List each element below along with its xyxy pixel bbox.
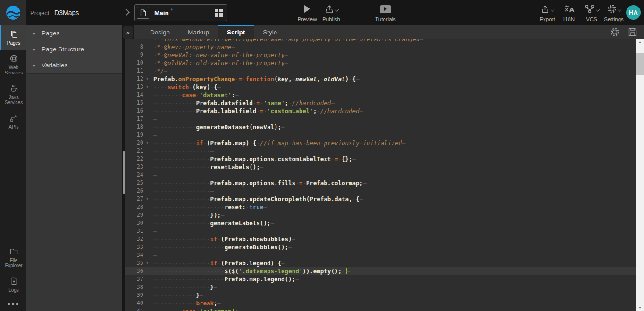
page-switcher-grid-icon[interactable]: [215, 9, 223, 17]
preview-button[interactable]: Preview: [295, 4, 319, 22]
code-line[interactable]: ·*·this·method·will·be·triggered·when·an…: [125, 39, 636, 43]
save-icon[interactable]: [628, 27, 637, 37]
code-line[interactable]: 10·*·@oldVal:·old·value·of·the·property–: [125, 59, 636, 67]
line-number: 13▾: [125, 83, 150, 91]
code-text: ················Prefab.map.options.custo…: [150, 155, 356, 163]
code-line[interactable]: 24–: [125, 171, 636, 179]
caret-right-icon: ▸: [33, 31, 35, 36]
code-line[interactable]: 40············break;–: [125, 299, 636, 307]
tutorials-button[interactable]: Tutorials: [372, 4, 399, 22]
code-line[interactable]: 31–: [125, 227, 636, 235]
code-text: –: [150, 227, 157, 235]
fold-arrow-icon[interactable]: ▾: [146, 260, 149, 267]
scroll-down-arrow[interactable]: ▼: [636, 304, 644, 311]
export-button[interactable]: Export: [536, 4, 559, 22]
code-line[interactable]: 19–: [125, 131, 636, 139]
code-line[interactable]: 9·*·@newVal:·new·value·of·the·property–: [125, 51, 636, 59]
code-line[interactable]: 34–: [125, 251, 636, 259]
sidebar-item-java-services[interactable]: Java Services: [0, 80, 26, 109]
code-line[interactable]: 25················Prefab.map.options.fil…: [125, 179, 636, 187]
sidebar-item-pages[interactable]: Pages: [0, 25, 26, 50]
tab-markup[interactable]: Markup: [179, 25, 218, 39]
code-text: ················–: [150, 187, 214, 195]
page-tab-main[interactable]: Main *: [134, 4, 227, 21]
code-line[interactable]: 16············Prefab.labelfield·=·'custo…: [125, 107, 636, 115]
chevron-down-icon: [595, 8, 599, 11]
unsaved-indicator: *: [171, 8, 173, 14]
code-line[interactable]: 17–: [125, 115, 636, 123]
vcs-button[interactable]: VCS: [581, 4, 602, 22]
code-line[interactable]: 33····················generateBubbles();…: [125, 243, 636, 251]
code-line[interactable]: 39············}–: [125, 291, 636, 299]
fold-arrow-icon[interactable]: ▾: [146, 75, 149, 82]
code-line[interactable]: 41········case·'colormap':–: [125, 307, 636, 311]
sidebar-item-label: Pages: [7, 41, 20, 46]
code-line[interactable]: 15············Prefab.datafield·=·'name';…: [125, 99, 636, 107]
code-line[interactable]: 20▾············if·(Prefab.map)·{·//if·ma…: [125, 139, 636, 147]
settings-button[interactable]: Settings: [602, 4, 626, 22]
line-number: 37: [125, 275, 150, 283]
scrollbar-thumb[interactable]: [636, 53, 644, 75]
code-line[interactable]: 36····················$($('.datamaps-leg…: [125, 267, 636, 275]
code-line[interactable]: 13▾····switch·(key)·{–: [125, 83, 636, 91]
page-file-icon[interactable]: [137, 7, 149, 19]
sidebar-item-apis[interactable]: APIs: [0, 109, 26, 134]
sidebar-item-file-explorer[interactable]: File Explorer: [0, 243, 26, 272]
panel-section-page-structure[interactable]: ▸ Page Structure: [26, 41, 122, 57]
app-logo[interactable]: [0, 0, 26, 25]
code-line[interactable]: 26················–: [125, 187, 636, 195]
preview-label: Preview: [298, 16, 317, 22]
line-number: 32: [125, 235, 150, 243]
script-code-editor[interactable]: ·*·this·method·will·be·triggered·when·an…: [125, 39, 636, 311]
tab-style[interactable]: Style: [254, 25, 286, 39]
code-line[interactable]: 38················}–: [125, 283, 636, 291]
code-line[interactable]: 12▾Prefab.onPropertyChange·=·function(ke…: [125, 75, 636, 83]
code-line[interactable]: 29················});–: [125, 211, 636, 219]
code-line[interactable]: 11·*/–: [125, 67, 636, 75]
vertical-scrollbar[interactable]: ▲ ▼: [636, 39, 644, 311]
panel-section-pages[interactable]: ▸ Pages: [26, 25, 122, 41]
panel-collapse-button[interactable]: «: [123, 26, 133, 39]
fold-arrow-icon[interactable]: ▾: [146, 139, 149, 147]
code-line[interactable]: 8·*·@key:·property·name–: [125, 43, 636, 51]
code-line[interactable]: 14········case·'dataset':–: [125, 91, 636, 99]
code-line[interactable]: 21················–: [125, 147, 636, 155]
panel-section-variables[interactable]: ▸ Variables: [26, 57, 122, 74]
code-line[interactable]: 22················Prefab.map.options.cus…: [125, 155, 636, 163]
code-line[interactable]: 23················resetLabels();–: [125, 163, 636, 171]
panel-section-label: Variables: [42, 62, 67, 69]
code-text: –: [150, 251, 157, 259]
line-number: 11: [125, 67, 150, 75]
tab-script[interactable]: Script: [218, 25, 254, 39]
line-number: 35▾: [125, 259, 150, 267]
panel-section-label: Page Structure: [42, 46, 84, 53]
code-line[interactable]: 18············generateDataset(newVal);–: [125, 123, 636, 131]
code-text: ····················$($('.datamaps-legen…: [150, 267, 350, 275]
fold-arrow-icon[interactable]: ▾: [146, 196, 149, 203]
code-line[interactable]: 27▾················Prefab.map.updateChor…: [125, 195, 636, 203]
code-text: ·*·@key:·property·name–: [150, 43, 235, 51]
sidebar-item-logs[interactable]: Logs: [0, 272, 26, 297]
line-number: 24: [125, 171, 150, 179]
user-avatar[interactable]: HA: [626, 5, 641, 20]
scroll-up-arrow[interactable]: ▲: [636, 39, 644, 46]
tab-design[interactable]: Design: [141, 25, 179, 39]
more-menu-icon[interactable]: [0, 296, 26, 311]
line-number: 30: [125, 219, 150, 227]
code-line[interactable]: 37····················Prefab.map.legend(…: [125, 275, 636, 283]
editor-settings-gear-icon[interactable]: [610, 27, 619, 37]
publish-button[interactable]: Publish: [319, 4, 343, 22]
sidebar-item-web-services[interactable]: Web Services: [0, 50, 26, 80]
panel-scrollbar-thumb[interactable]: [123, 151, 125, 194]
i18n-button[interactable]: A I18N: [560, 4, 577, 22]
sidebar-item-label: APIs: [8, 124, 18, 130]
caret-right-icon: ▸: [33, 63, 35, 68]
code-text: ····················reset:·true–: [150, 203, 267, 211]
code-line[interactable]: 30················generateLabels();–: [125, 219, 636, 227]
code-line[interactable]: 28····················reset:·true–: [125, 203, 636, 211]
code-line[interactable]: 32················if·(Prefab.showbubbles…: [125, 235, 636, 243]
fold-arrow-icon[interactable]: ▾: [146, 83, 149, 90]
line-number: 28: [125, 203, 150, 211]
code-line[interactable]: 35▾················if·(Prefab.legend)·{–: [125, 259, 636, 267]
top-bar: Project: D3Maps Main * Preview: [0, 0, 644, 25]
